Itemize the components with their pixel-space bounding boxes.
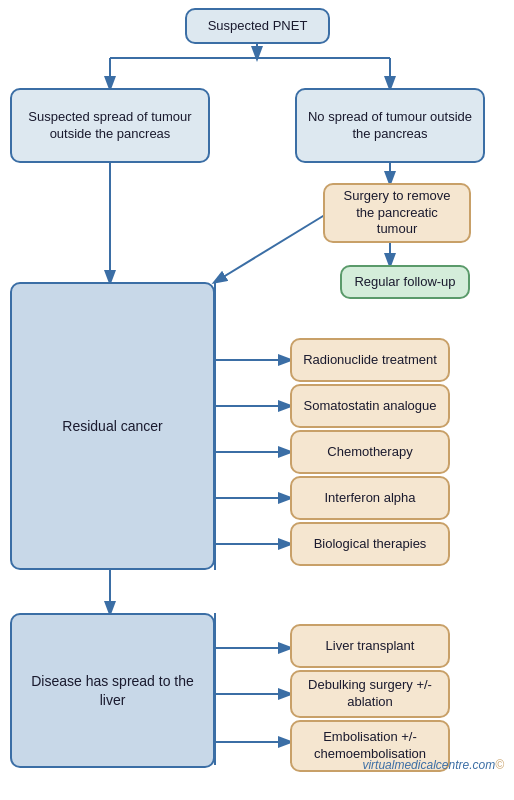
regular-followup-node: Regular follow-up bbox=[340, 265, 470, 299]
radionuclide-node: Radionuclide treatment bbox=[290, 338, 450, 382]
chemotherapy-node: Chemotherapy bbox=[290, 430, 450, 474]
interferon-node: Interferon alpha bbox=[290, 476, 450, 520]
no-spread-node: No spread of tumour outside the pancreas bbox=[295, 88, 485, 163]
somatostatin-node: Somatostatin analogue bbox=[290, 384, 450, 428]
watermark-text: virtualmedicalcentre.com bbox=[362, 758, 495, 772]
suspected-pnet-node: Suspected PNET bbox=[185, 8, 330, 44]
surgery-node: Surgery to remove the pancreatic tumour bbox=[323, 183, 471, 243]
liver-transplant-node: Liver transplant bbox=[290, 624, 450, 668]
svg-line-8 bbox=[215, 213, 328, 282]
debulking-node: Debulking surgery +/- ablation bbox=[290, 670, 450, 718]
biological-node: Biological therapies bbox=[290, 522, 450, 566]
diagram: Suspected PNET Suspected spread of tumou… bbox=[0, 0, 514, 780]
suspected-spread-node: Suspected spread of tumour outside the p… bbox=[10, 88, 210, 163]
residual-cancer-node: Residual cancer bbox=[10, 282, 215, 570]
disease-liver-node: Disease has spread to the liver bbox=[10, 613, 215, 768]
watermark-copyright: © bbox=[495, 758, 504, 772]
watermark: virtualmedicalcentre.com© bbox=[362, 758, 504, 772]
